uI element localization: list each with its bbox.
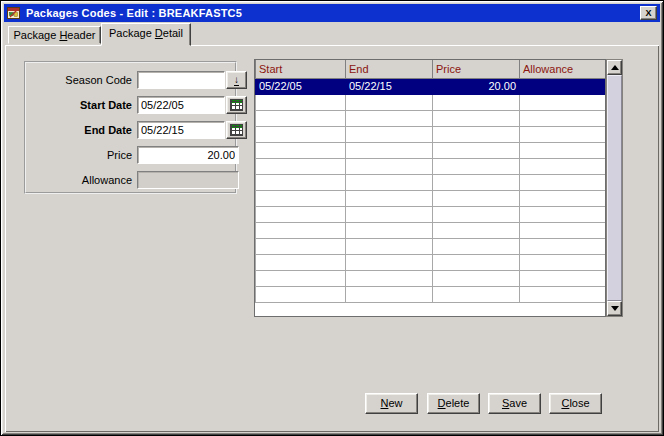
table-cell[interactable]: 05/22/15 bbox=[346, 78, 433, 94]
table-cell[interactable] bbox=[433, 142, 520, 158]
delete-button[interactable]: Delete bbox=[427, 393, 480, 414]
new-button[interactable]: New bbox=[365, 393, 418, 414]
start-date-calendar-button[interactable] bbox=[226, 96, 247, 114]
table-cell[interactable] bbox=[433, 94, 520, 110]
start-date-input[interactable] bbox=[137, 96, 225, 114]
table-cell[interactable] bbox=[520, 142, 606, 158]
table-row[interactable] bbox=[256, 190, 606, 206]
table-cell[interactable] bbox=[520, 174, 606, 190]
table-cell[interactable] bbox=[256, 238, 346, 254]
table-cell[interactable] bbox=[346, 158, 433, 174]
end-date-label: End Date bbox=[46, 124, 137, 136]
table-cell[interactable] bbox=[433, 238, 520, 254]
table-cell[interactable] bbox=[346, 190, 433, 206]
table-cell[interactable] bbox=[520, 286, 606, 302]
table-cell[interactable] bbox=[433, 158, 520, 174]
table-cell[interactable] bbox=[256, 270, 346, 286]
titlebar[interactable]: Packages Codes - Edit : BREAKFASTC5 X bbox=[4, 4, 660, 22]
table-row[interactable] bbox=[256, 110, 606, 126]
table-cell[interactable] bbox=[433, 206, 520, 222]
table-row[interactable] bbox=[256, 238, 606, 254]
column-header-price: Price bbox=[433, 60, 520, 78]
start-date-label: Start Date bbox=[46, 99, 137, 111]
table-cell[interactable] bbox=[346, 174, 433, 190]
table-cell[interactable] bbox=[256, 254, 346, 270]
table-cell[interactable] bbox=[346, 142, 433, 158]
season-code-input[interactable] bbox=[137, 71, 225, 89]
table-cell[interactable] bbox=[346, 270, 433, 286]
table-cell[interactable] bbox=[433, 126, 520, 142]
allowance-label: Allowance bbox=[46, 174, 137, 186]
table-cell[interactable] bbox=[346, 254, 433, 270]
end-date-row: End Date bbox=[46, 121, 247, 139]
calendar-icon bbox=[230, 124, 243, 136]
table-cell[interactable] bbox=[346, 222, 433, 238]
table-cell[interactable] bbox=[256, 174, 346, 190]
table-row[interactable] bbox=[256, 142, 606, 158]
table-row[interactable] bbox=[256, 254, 606, 270]
table-row[interactable] bbox=[256, 126, 606, 142]
table-cell[interactable] bbox=[346, 206, 433, 222]
table-row[interactable] bbox=[256, 286, 606, 302]
table-cell[interactable] bbox=[346, 238, 433, 254]
table-cell[interactable] bbox=[346, 110, 433, 126]
table-row[interactable] bbox=[256, 94, 606, 110]
table-cell[interactable] bbox=[256, 190, 346, 206]
table-cell[interactable] bbox=[346, 94, 433, 110]
tab-label: Package bbox=[109, 27, 155, 39]
table-cell[interactable] bbox=[256, 206, 346, 222]
table-cell[interactable] bbox=[256, 126, 346, 142]
packages-codes-window: Packages Codes - Edit : BREAKFASTC5 X Pa… bbox=[0, 0, 664, 436]
table-cell[interactable] bbox=[256, 142, 346, 158]
end-date-input[interactable] bbox=[137, 121, 225, 139]
table-cell[interactable] bbox=[256, 110, 346, 126]
table-row[interactable] bbox=[256, 206, 606, 222]
table-cell[interactable] bbox=[520, 78, 606, 94]
table-cell[interactable]: 20.00 bbox=[433, 78, 520, 94]
table-vertical-scrollbar[interactable] bbox=[606, 59, 623, 317]
table-cell[interactable] bbox=[520, 222, 606, 238]
table-cell[interactable] bbox=[256, 222, 346, 238]
table-cell[interactable] bbox=[520, 126, 606, 142]
table-cell[interactable] bbox=[433, 174, 520, 190]
tab-label: etail bbox=[163, 27, 183, 39]
table-cell[interactable] bbox=[346, 286, 433, 302]
scroll-up-icon[interactable] bbox=[607, 60, 622, 75]
end-date-calendar-button[interactable] bbox=[226, 121, 247, 139]
table-cell[interactable] bbox=[256, 94, 346, 110]
table-row[interactable] bbox=[256, 222, 606, 238]
save-button[interactable]: Save bbox=[488, 393, 541, 414]
table-cell[interactable] bbox=[433, 286, 520, 302]
season-code-lov-button[interactable]: ↓ bbox=[226, 71, 247, 89]
table-row[interactable]: 05/22/0505/22/1520.00 bbox=[256, 78, 606, 94]
table-row[interactable] bbox=[256, 158, 606, 174]
table-cell[interactable]: 05/22/05 bbox=[256, 78, 346, 94]
table-cell[interactable] bbox=[520, 206, 606, 222]
table-cell[interactable] bbox=[346, 126, 433, 142]
tab-package-detail[interactable]: Package Detail bbox=[101, 23, 191, 46]
table-cell[interactable] bbox=[433, 270, 520, 286]
table-cell[interactable] bbox=[520, 158, 606, 174]
table-cell[interactable] bbox=[256, 158, 346, 174]
table-cell[interactable] bbox=[256, 286, 346, 302]
table-cell[interactable] bbox=[520, 94, 606, 110]
scrollbar-thumb[interactable] bbox=[607, 75, 622, 301]
table-cell[interactable] bbox=[433, 254, 520, 270]
table-cell[interactable] bbox=[520, 254, 606, 270]
table-cell[interactable] bbox=[433, 110, 520, 126]
table-cell[interactable] bbox=[433, 190, 520, 206]
table-cell[interactable] bbox=[520, 238, 606, 254]
table-cell[interactable] bbox=[433, 222, 520, 238]
table-cell[interactable] bbox=[520, 270, 606, 286]
price-input[interactable] bbox=[137, 146, 239, 164]
tab-label-accel: D bbox=[155, 27, 163, 39]
tab-package-header[interactable]: Package Header bbox=[8, 26, 101, 44]
table-row[interactable] bbox=[256, 270, 606, 286]
scroll-down-icon[interactable] bbox=[607, 301, 622, 316]
price-row: Price bbox=[46, 146, 239, 164]
close-icon[interactable]: X bbox=[640, 6, 657, 20]
close-button[interactable]: Close bbox=[549, 393, 602, 414]
table-cell[interactable] bbox=[520, 110, 606, 126]
table-row[interactable] bbox=[256, 174, 606, 190]
table-cell[interactable] bbox=[520, 190, 606, 206]
